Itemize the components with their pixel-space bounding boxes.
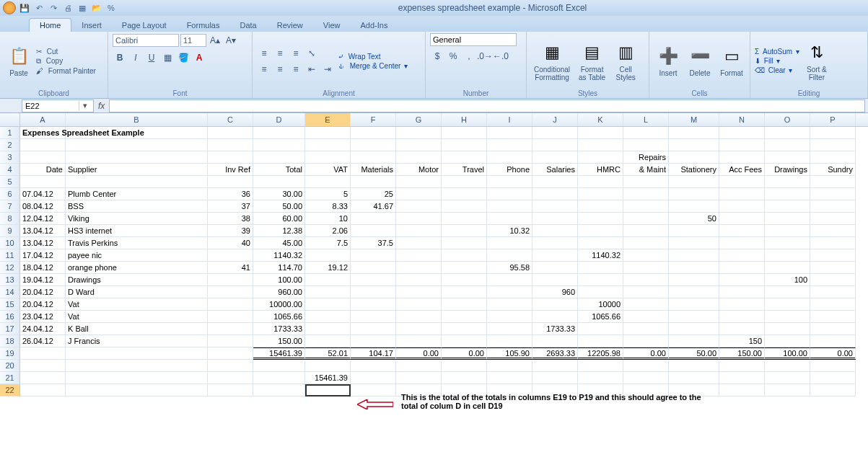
cell-C20[interactable] [208, 360, 253, 372]
cell-K20[interactable] [578, 360, 623, 372]
col-header-O[interactable]: O [765, 113, 810, 126]
row-header-1[interactable]: 1 [0, 127, 20, 139]
cell-A15[interactable]: 20.04.12 [20, 298, 66, 311]
col-header-B[interactable]: B [66, 113, 208, 126]
cell-K14[interactable] [578, 286, 623, 298]
cell-N21[interactable] [719, 372, 765, 384]
cell-J5[interactable] [532, 176, 578, 188]
cell-N17[interactable] [719, 323, 765, 335]
cell-M8[interactable]: 50 [669, 213, 719, 225]
currency-icon[interactable]: $ [430, 49, 444, 63]
cell-E15[interactable] [305, 298, 351, 311]
row-header-10[interactable]: 10 [0, 237, 20, 249]
cell-H19[interactable]: 0.00 [442, 347, 487, 360]
cell-F18[interactable] [351, 335, 396, 347]
cell-B7[interactable]: BSS [66, 200, 208, 213]
cell-J12[interactable] [532, 262, 578, 274]
cell-P2[interactable] [810, 139, 856, 151]
cell-N5[interactable] [719, 176, 765, 188]
cell-E17[interactable] [305, 323, 351, 335]
cell-G3[interactable] [396, 151, 442, 164]
cell-P22[interactable] [810, 384, 856, 396]
new-icon[interactable]: ▦ [76, 2, 88, 14]
cell-B22[interactable] [66, 384, 208, 396]
cell-D9[interactable]: 12.38 [253, 225, 305, 237]
cell-C7[interactable]: 37 [208, 200, 253, 213]
cell-L21[interactable] [623, 372, 669, 384]
row-header-6[interactable]: 6 [0, 188, 20, 200]
cell-K8[interactable] [578, 213, 623, 225]
cell-N14[interactable] [719, 286, 765, 298]
cell-F11[interactable] [351, 249, 396, 262]
cell-O5[interactable] [765, 176, 810, 188]
cell-B20[interactable] [66, 360, 208, 372]
cell-F13[interactable] [351, 274, 396, 286]
increase-indent-icon[interactable]: ⇥ [320, 62, 335, 76]
cell-D11[interactable]: 1140.32 [253, 249, 305, 262]
cell-C5[interactable] [208, 176, 253, 188]
format-painter-button[interactable]: 🖌 Format Painter [36, 67, 96, 75]
cell-P7[interactable] [810, 200, 856, 213]
cell-N1[interactable] [719, 127, 765, 139]
cell-B4[interactable]: Supplier [66, 164, 208, 176]
cell-H21[interactable] [442, 372, 487, 384]
cell-P18[interactable] [810, 335, 856, 347]
cell-E21[interactable]: 15461.39 [305, 372, 351, 384]
cell-P17[interactable] [810, 323, 856, 335]
cell-O13[interactable]: 100 [765, 274, 810, 286]
cells-area[interactable]: Expenses Spreadsheet ExampleRepairsDateS… [20, 127, 856, 396]
cell-D6[interactable]: 30.00 [253, 188, 305, 200]
format-as-table-button[interactable]: ▤Format as Table [576, 40, 608, 83]
row-header-3[interactable]: 3 [0, 151, 20, 164]
undo-icon[interactable]: ↶ [33, 2, 45, 14]
cell-H17[interactable] [442, 323, 487, 335]
cell-P10[interactable] [810, 237, 856, 249]
cell-P21[interactable] [810, 372, 856, 384]
cell-D12[interactable]: 114.70 [253, 262, 305, 274]
cell-E7[interactable]: 8.33 [305, 200, 351, 213]
border-button[interactable]: ▦ [160, 50, 175, 65]
cell-J16[interactable] [532, 311, 578, 323]
cell-D14[interactable]: 960.00 [253, 286, 305, 298]
cell-I12[interactable]: 95.58 [487, 262, 532, 274]
cell-I11[interactable] [487, 249, 532, 262]
cell-G8[interactable] [396, 213, 442, 225]
cell-M13[interactable] [669, 274, 719, 286]
cell-I17[interactable] [487, 323, 532, 335]
cell-C12[interactable]: 41 [208, 262, 253, 274]
cell-B17[interactable]: K Ball [66, 323, 208, 335]
cell-E19[interactable]: 52.01 [305, 347, 351, 360]
cell-M11[interactable] [669, 249, 719, 262]
col-header-M[interactable]: M [669, 113, 719, 126]
col-header-A[interactable]: A [20, 113, 66, 126]
bold-button[interactable]: B [113, 50, 127, 65]
cell-K3[interactable] [578, 151, 623, 164]
sort-filter-button[interactable]: ⇅Sort & Filter [802, 40, 831, 83]
cell-E5[interactable] [305, 176, 351, 188]
cell-C10[interactable]: 40 [208, 237, 253, 249]
name-box-dropdown-icon[interactable]: ▾ [79, 101, 90, 110]
cell-G1[interactable] [396, 127, 442, 139]
align-bottom-icon[interactable]: ≡ [289, 46, 303, 61]
cell-G7[interactable] [396, 200, 442, 213]
cell-D13[interactable]: 100.00 [253, 274, 305, 286]
cell-A6[interactable]: 07.04.12 [20, 188, 66, 200]
cell-E3[interactable] [305, 151, 351, 164]
cell-A3[interactable] [20, 151, 66, 164]
cell-I5[interactable] [487, 176, 532, 188]
cell-M2[interactable] [669, 139, 719, 151]
cell-L6[interactable] [623, 188, 669, 200]
cell-J20[interactable] [532, 360, 578, 372]
cell-M16[interactable] [669, 311, 719, 323]
cell-A5[interactable] [20, 176, 66, 188]
cell-M21[interactable] [669, 372, 719, 384]
cell-K19[interactable]: 12205.98 [578, 347, 623, 360]
cell-O10[interactable] [765, 237, 810, 249]
col-header-K[interactable]: K [578, 113, 623, 126]
cell-F6[interactable]: 25 [351, 188, 396, 200]
tab-review[interactable]: Review [267, 19, 313, 32]
comma-style-icon[interactable]: , [462, 49, 476, 63]
cell-B19[interactable] [66, 347, 208, 360]
cell-O14[interactable] [765, 286, 810, 298]
cell-G5[interactable] [396, 176, 442, 188]
